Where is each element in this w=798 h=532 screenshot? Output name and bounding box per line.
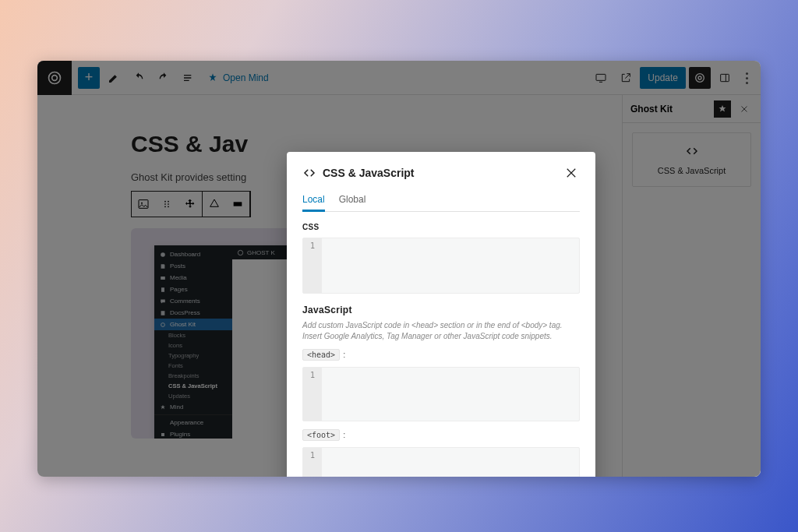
editor-window: + Open Mind Update CSS & Jav Ghost [37,61,761,477]
foot-tag-label: <foot> [302,429,340,441]
css-js-modal: CSS & JavaScript Local Global CSS 1 Java… [287,152,595,477]
line-number: 1 [303,238,322,293]
js-help-text: Add custom JavaScript code in <head> sec… [302,320,580,341]
modal-header: CSS & JavaScript [302,164,580,181]
js-section-label: JavaScript [302,305,580,315]
css-code-editor[interactable]: 1 [302,238,580,294]
js-foot-code-editor[interactable]: 1 [302,447,580,477]
tab-local[interactable]: Local [302,189,325,212]
line-number: 1 [303,448,322,477]
modal-tabs: Local Global [302,189,580,212]
js-head-code-editor[interactable]: 1 [302,367,580,421]
line-number: 1 [303,368,322,421]
modal-close-icon[interactable] [563,164,580,181]
tab-global[interactable]: Global [339,189,366,211]
code-icon [302,166,316,180]
css-section-label: CSS [302,223,580,231]
modal-title: CSS & JavaScript [323,167,415,179]
head-tag-label: <head> [302,349,340,361]
